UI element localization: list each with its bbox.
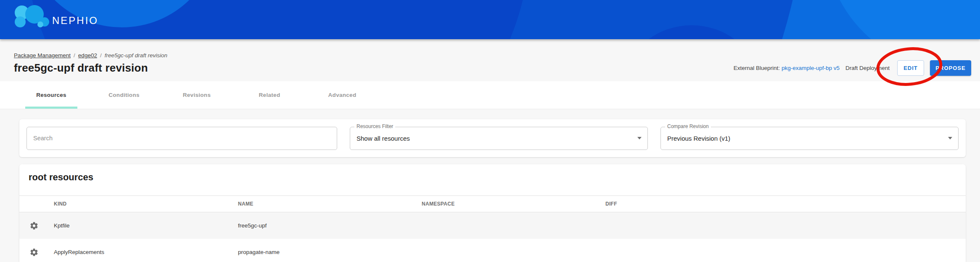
nephio-logo[interactable]: NEPHIO (13, 4, 98, 29)
external-blueprint-link[interactable]: pkg-example-upf-bp v5 (782, 65, 840, 71)
column-kind: KIND (54, 201, 238, 207)
table-row-applyreplacements[interactable]: ApplyReplacements propagate-name (19, 239, 966, 262)
deployment-status: Draft Deployment (845, 65, 890, 71)
active-tab-indicator (25, 107, 77, 109)
breadcrumb-edge02[interactable]: edge02 (78, 52, 97, 59)
breadcrumb-current: free5gc-upf draft revision (105, 52, 167, 59)
compare-revision-select[interactable]: Compare Revision Previous Revision (v1) (660, 127, 959, 150)
dropdown-caret-icon (948, 137, 952, 139)
tab-bar: Resources Conditions Revisions Related A… (0, 81, 980, 109)
tab-revisions[interactable]: Revisions (171, 81, 223, 109)
page-title: free5gc-upf draft revision (14, 61, 167, 75)
cell-kind: Kptfile (54, 222, 238, 229)
compare-revision-label: Compare Revision (665, 123, 711, 129)
app-header: NEPHIO (0, 0, 980, 39)
external-blueprint-text: External Blueprint: pkg-example-upf-bp v… (734, 65, 840, 71)
cell-name: propagate-name (238, 249, 422, 255)
search-input[interactable] (26, 127, 337, 150)
logo-text: NEPHIO (52, 16, 98, 29)
tab-advanced[interactable]: Advanced (316, 81, 368, 109)
gear-icon (29, 221, 39, 230)
resources-filter-label: Resources Filter (354, 123, 395, 129)
table-row-kptfile[interactable]: Kptfile free5gc-upf (19, 212, 966, 239)
cell-kind: ApplyReplacements (54, 249, 238, 255)
tab-related[interactable]: Related (243, 81, 296, 109)
dropdown-caret-icon (637, 137, 642, 139)
propose-button[interactable]: PROPOSE (930, 60, 971, 76)
breadcrumb-package-management[interactable]: Package Management (14, 52, 71, 59)
nephio-cloud-icon (13, 4, 50, 29)
column-diff: DIFF (605, 201, 966, 207)
filter-card: Resources Filter Show all resources Comp… (19, 119, 966, 157)
resources-filter-value: Show all resources (350, 135, 410, 142)
breadcrumb: Package Management/edge02/free5gc-upf dr… (14, 52, 167, 59)
table-header-row: KIND NAME NAMESPACE DIFF (19, 195, 966, 212)
column-name: NAME (238, 201, 422, 207)
page-header-row: Package Management/edge02/free5gc-upf dr… (0, 39, 980, 81)
external-blueprint-label: External Blueprint: (734, 65, 780, 71)
breadcrumb-separator: / (100, 52, 102, 59)
edit-button[interactable]: EDIT (897, 60, 924, 76)
compare-revision-value: Previous Revision (v1) (661, 135, 730, 142)
header-background-art (0, 0, 980, 39)
breadcrumb-separator: / (74, 52, 75, 59)
cell-name: free5gc-upf (238, 222, 422, 229)
gear-icon (29, 248, 39, 257)
resources-filter-select[interactable]: Resources Filter Show all resources (350, 127, 648, 150)
section-title: root resources (29, 172, 966, 183)
tab-conditions[interactable]: Conditions (98, 81, 150, 109)
root-resources-card: root resources KIND NAME NAMESPACE DIFF … (19, 164, 966, 262)
column-namespace: NAMESPACE (422, 201, 605, 207)
tab-resources[interactable]: Resources (25, 81, 77, 109)
